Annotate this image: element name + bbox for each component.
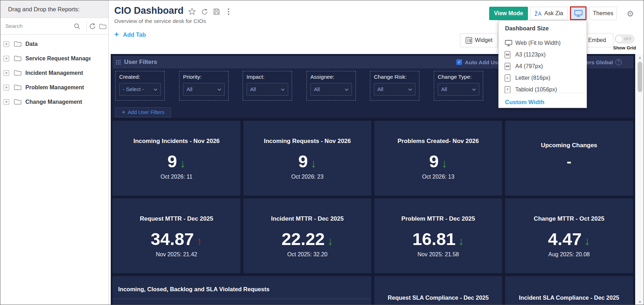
divider (502, 93, 583, 93)
page-subtitle: Overview of the service desk for CIOs (114, 18, 206, 24)
change-risk-select[interactable]: All (374, 83, 415, 96)
trend-down-icon: ↓ (442, 157, 447, 170)
chevron-down-icon (217, 88, 221, 91)
divider (86, 21, 87, 32)
auto-add-checkbox[interactable]: ✓ (456, 59, 462, 65)
filter-change-type: Change Type: All (434, 71, 483, 101)
menu-item-a4[interactable]: A4 A4 (797px) (499, 60, 587, 72)
ask-zia-button[interactable]: Ask Zia (530, 7, 567, 20)
chart-card-requests-overview: Incoming, Closed, Backlog and SLA Violat… (113, 276, 371, 305)
kpi-card-request-mttr: Request MTTR - Dec 2025 34.87↑ Nov 2025:… (113, 198, 241, 273)
show-grid-label: Show Grid (612, 45, 637, 50)
chevron-down-icon (153, 88, 158, 91)
menu-title: Dashboard Size (505, 25, 549, 32)
toggle-knob (615, 35, 623, 43)
show-grid-toggle[interactable]: OFF (615, 35, 634, 43)
save-icon[interactable] (213, 8, 220, 15)
kpi-card-change-mttr: Change MTTR - Oct 2025 4.47↓ Aug 2025: 2… (505, 198, 633, 273)
trend-down-icon: ↓ (458, 235, 464, 247)
view-mode-button[interactable]: View Mode (489, 7, 528, 20)
monitor-icon (505, 40, 512, 46)
chart-card-incident-sla: Incident SLA Compliance - Dec 2025 (505, 276, 633, 305)
search-icon (74, 23, 81, 30)
sidebar-item-incident-management[interactable]: + Incident Management (0, 66, 108, 80)
scroll-up-icon[interactable]: ▲ (636, 55, 644, 59)
zia-logo-icon (534, 11, 542, 17)
drag-handle-icon[interactable] (116, 60, 121, 65)
user-filters-title: User Filters (124, 59, 157, 66)
dashboard-size-button[interactable] (570, 6, 587, 20)
trend-up-icon: ↑ (197, 235, 202, 247)
sidebar-item-label: Problem Management (25, 84, 84, 91)
kpi-card-upcoming-changes: Upcoming Changes - (505, 121, 633, 196)
favorite-star-icon[interactable] (188, 8, 196, 15)
menu-item-custom-width[interactable]: Custom Width (505, 97, 545, 107)
help-icon[interactable]: ? (615, 59, 622, 65)
folder-icon (14, 99, 22, 105)
folder-icon (14, 41, 22, 47)
scroll-down-icon[interactable]: ▼ (636, 300, 644, 304)
expand-plus-icon[interactable]: + (4, 56, 9, 61)
menu-item-letter[interactable]: L Letter (816px) (499, 72, 587, 84)
plus-icon: + (114, 31, 119, 38)
trend-down-icon: ↓ (180, 157, 186, 170)
widget-icon (466, 37, 472, 44)
monitor-icon (574, 10, 583, 17)
assignee-select[interactable]: All (310, 83, 352, 96)
widget-button[interactable]: Widget (460, 33, 498, 47)
more-options-icon[interactable] (227, 8, 230, 15)
plus-icon: + (122, 109, 125, 115)
menu-item-a3[interactable]: A3 A3 (1123px) (499, 49, 587, 60)
dashboard-size-menu: Dashboard Size Web (Fit to Width) A3 A3 … (498, 20, 587, 108)
scrollbar-area: ▲ ▼ (635, 54, 644, 305)
themes-button[interactable]: Themes (589, 7, 617, 20)
filter-assignee: Assignee: All (306, 71, 356, 101)
scrollbar-thumb[interactable] (638, 62, 642, 92)
filter-change-risk: Change Risk: All (370, 71, 419, 101)
expand-plus-icon[interactable]: + (4, 70, 9, 76)
expand-plus-icon[interactable]: + (4, 99, 9, 105)
sidebar-item-label: Service Request Manage... (25, 55, 91, 62)
reports-sidebar: Drag and Drop the Reports: + Data + Serv… (0, 0, 109, 305)
refresh-icon[interactable] (201, 8, 208, 15)
vertical-scrollbar[interactable]: ▲ ▼ (636, 54, 643, 305)
chevron-down-icon (408, 88, 412, 91)
trend-down-icon: ↓ (584, 235, 590, 247)
folder-icon[interactable] (99, 24, 107, 29)
change-type-select[interactable]: All (438, 83, 479, 96)
kpi-card-problem-mttr: Problem MTTR - Dec 2025 16.81↓ Nov 2025:… (374, 198, 502, 273)
impact-select[interactable]: All (247, 83, 288, 96)
page-tabloid-icon: T (505, 86, 510, 93)
created-select[interactable]: - Select - (119, 83, 161, 96)
page-title: CIO Dashboard (114, 5, 184, 16)
divider (113, 299, 370, 299)
sidebar-item-service-request-management[interactable]: + Service Request Manage... (0, 51, 108, 66)
chevron-down-icon (472, 88, 476, 91)
filter-impact: Impact: All (243, 71, 292, 101)
app-window: Drag and Drop the Reports: + Data + Serv… (0, 0, 644, 305)
refresh-icon[interactable] (89, 23, 96, 30)
expand-plus-icon[interactable]: + (4, 41, 9, 47)
sidebar-header: Drag and Drop the Reports: (0, 0, 108, 18)
menu-item-web-fit-to-width[interactable]: Web (Fit to Width) (499, 37, 587, 49)
add-tab-button[interactable]: + Add Tab (114, 31, 146, 38)
page-letter-icon: L (505, 74, 510, 82)
page-a4-icon: A4 (505, 63, 510, 70)
sidebar-item-change-management[interactable]: + Change Management (0, 95, 108, 109)
chart-card-request-sla: Request SLA Compliance - Dec 2025 (374, 276, 502, 305)
folder-icon (14, 84, 22, 90)
page-a3-icon: A3 (505, 51, 510, 58)
priority-select[interactable]: All (183, 83, 225, 96)
kpi-card-problems-created: Problems Created- Nov 2026 9↓ Oct 2026: … (374, 121, 502, 196)
trend-down-icon: ↓ (311, 157, 316, 170)
sidebar-item-label: Incident Management (25, 70, 83, 76)
sidebar-item-data[interactable]: + Data (0, 37, 108, 51)
settings-gear-icon[interactable]: ⚙ (624, 7, 637, 20)
add-user-filters-button[interactable]: + Add User Filters (115, 107, 171, 117)
sidebar-item-label: Data (25, 41, 38, 47)
menu-item-tabloid[interactable]: T Tabloid (1056px) (499, 84, 587, 95)
expand-plus-icon[interactable]: + (4, 85, 9, 90)
search-input[interactable] (5, 21, 71, 31)
chevron-down-icon (281, 88, 285, 91)
sidebar-item-problem-management[interactable]: + Problem Management (0, 80, 108, 95)
